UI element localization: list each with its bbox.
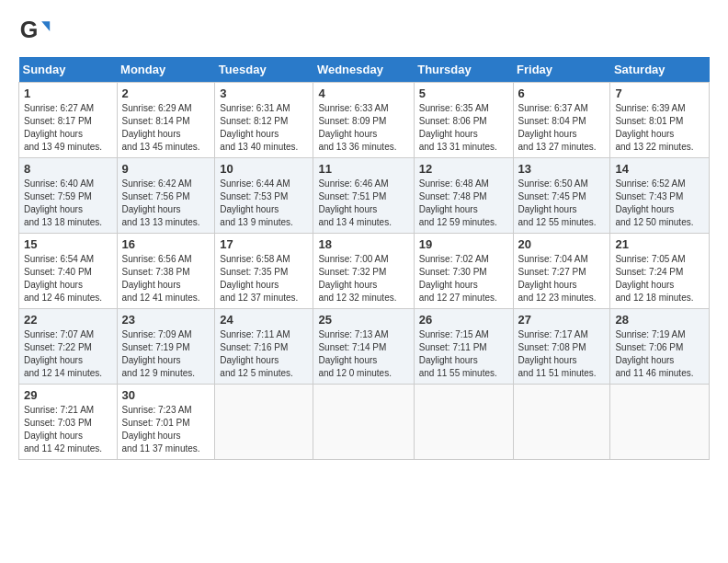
calendar-cell: 22Sunrise: 7:07 AMSunset: 7:22 PMDayligh…: [19, 309, 118, 385]
day-number: 19: [419, 237, 508, 251]
calendar-cell: 23Sunrise: 7:09 AMSunset: 7:19 PMDayligh…: [117, 309, 215, 385]
day-info: Sunrise: 6:42 AMSunset: 7:56 PMDaylight …: [122, 178, 210, 229]
svg-text:G: G: [20, 17, 39, 42]
day-info: Sunrise: 6:58 AMSunset: 7:35 PMDaylight …: [220, 253, 308, 304]
weekday-header-wednesday: Wednesday: [313, 57, 414, 83]
svg-marker-1: [41, 21, 50, 31]
day-number: 8: [24, 162, 112, 176]
calendar-cell: 9Sunrise: 6:42 AMSunset: 7:56 PMDaylight…: [117, 158, 215, 234]
calendar-cell: 30Sunrise: 7:23 AMSunset: 7:01 PMDayligh…: [117, 385, 215, 460]
calendar-cell: 29Sunrise: 7:21 AMSunset: 7:03 PMDayligh…: [19, 385, 118, 460]
day-info: Sunrise: 6:46 AMSunset: 7:51 PMDaylight …: [318, 178, 408, 229]
day-info: Sunrise: 7:13 AMSunset: 7:14 PMDaylight …: [318, 328, 408, 380]
day-info: Sunrise: 7:15 AMSunset: 7:11 PMDaylight …: [419, 328, 508, 380]
day-info: Sunrise: 7:17 AMSunset: 7:08 PMDaylight …: [518, 328, 606, 380]
day-number: 30: [122, 388, 210, 402]
calendar-cell: 11Sunrise: 6:46 AMSunset: 7:51 PMDayligh…: [313, 158, 414, 234]
calendar-cell: 26Sunrise: 7:15 AMSunset: 7:11 PMDayligh…: [414, 309, 513, 385]
calendar-cell: 3Sunrise: 6:31 AMSunset: 8:12 PMDaylight…: [215, 83, 313, 158]
day-number: 14: [615, 162, 704, 176]
day-number: 18: [318, 237, 408, 251]
day-info: Sunrise: 7:09 AMSunset: 7:19 PMDaylight …: [122, 328, 210, 380]
calendar-cell: 2Sunrise: 6:29 AMSunset: 8:14 PMDaylight…: [117, 83, 215, 158]
day-number: 26: [419, 313, 508, 327]
weekday-header-saturday: Saturday: [610, 57, 710, 83]
calendar-cell: 5Sunrise: 6:35 AMSunset: 8:06 PMDaylight…: [414, 83, 513, 158]
day-number: 27: [518, 313, 606, 327]
day-number: 15: [24, 237, 112, 251]
day-info: Sunrise: 7:02 AMSunset: 7:30 PMDaylight …: [419, 253, 508, 304]
weekday-header-monday: Monday: [117, 57, 215, 83]
day-number: 16: [122, 237, 210, 251]
day-number: 10: [220, 162, 308, 176]
calendar-cell: 7Sunrise: 6:39 AMSunset: 8:01 PMDaylight…: [610, 83, 710, 158]
calendar-cell: 24Sunrise: 7:11 AMSunset: 7:16 PMDayligh…: [215, 309, 313, 385]
day-number: 17: [220, 237, 308, 251]
day-number: 6: [518, 86, 606, 100]
calendar-cell: 18Sunrise: 7:00 AMSunset: 7:32 PMDayligh…: [313, 234, 414, 309]
day-number: 7: [615, 86, 704, 100]
weekday-header-sunday: Sunday: [19, 57, 118, 83]
day-number: 20: [518, 237, 606, 251]
day-info: Sunrise: 6:35 AMSunset: 8:06 PMDaylight …: [419, 102, 508, 154]
calendar-cell: 27Sunrise: 7:17 AMSunset: 7:08 PMDayligh…: [513, 309, 610, 385]
calendar-table: SundayMondayTuesdayWednesdayThursdayFrid…: [18, 57, 710, 460]
day-number: 24: [220, 313, 308, 327]
day-number: 21: [615, 237, 704, 251]
day-info: Sunrise: 6:50 AMSunset: 7:45 PMDaylight …: [518, 178, 606, 229]
calendar-cell: 17Sunrise: 6:58 AMSunset: 7:35 PMDayligh…: [215, 234, 313, 309]
calendar-cell: 14Sunrise: 6:52 AMSunset: 7:43 PMDayligh…: [610, 158, 710, 234]
day-number: 25: [318, 313, 408, 327]
calendar-cell: [215, 385, 313, 460]
weekday-header-friday: Friday: [513, 57, 610, 83]
day-number: 12: [419, 162, 508, 176]
calendar-cell: [313, 385, 414, 460]
calendar-cell: 12Sunrise: 6:48 AMSunset: 7:48 PMDayligh…: [414, 158, 513, 234]
day-info: Sunrise: 6:33 AMSunset: 8:09 PMDaylight …: [318, 102, 408, 154]
day-number: 3: [220, 86, 308, 100]
day-info: Sunrise: 6:29 AMSunset: 8:14 PMDaylight …: [122, 102, 210, 154]
day-info: Sunrise: 7:07 AMSunset: 7:22 PMDaylight …: [24, 328, 112, 380]
calendar-cell: 28Sunrise: 7:19 AMSunset: 7:06 PMDayligh…: [610, 309, 710, 385]
day-info: Sunrise: 6:56 AMSunset: 7:38 PMDaylight …: [122, 253, 210, 304]
calendar-cell: 6Sunrise: 6:37 AMSunset: 8:04 PMDaylight…: [513, 83, 610, 158]
logo: G: [18, 15, 55, 48]
calendar-cell: [610, 385, 710, 460]
day-number: 29: [24, 388, 112, 402]
calendar-cell: 20Sunrise: 7:04 AMSunset: 7:27 PMDayligh…: [513, 234, 610, 309]
day-number: 9: [122, 162, 210, 176]
calendar-cell: [513, 385, 610, 460]
calendar-cell: 21Sunrise: 7:05 AMSunset: 7:24 PMDayligh…: [610, 234, 710, 309]
calendar-cell: 10Sunrise: 6:44 AMSunset: 7:53 PMDayligh…: [215, 158, 313, 234]
day-info: Sunrise: 7:11 AMSunset: 7:16 PMDaylight …: [220, 328, 308, 380]
calendar-cell: 4Sunrise: 6:33 AMSunset: 8:09 PMDaylight…: [313, 83, 414, 158]
day-info: Sunrise: 7:23 AMSunset: 7:01 PMDaylight …: [122, 404, 210, 455]
day-info: Sunrise: 6:40 AMSunset: 7:59 PMDaylight …: [24, 178, 112, 229]
day-info: Sunrise: 7:04 AMSunset: 7:27 PMDaylight …: [518, 253, 606, 304]
calendar-cell: 19Sunrise: 7:02 AMSunset: 7:30 PMDayligh…: [414, 234, 513, 309]
weekday-header-tuesday: Tuesday: [215, 57, 313, 83]
day-number: 28: [615, 313, 704, 327]
calendar-cell: 15Sunrise: 6:54 AMSunset: 7:40 PMDayligh…: [19, 234, 118, 309]
calendar-cell: 25Sunrise: 7:13 AMSunset: 7:14 PMDayligh…: [313, 309, 414, 385]
day-number: 23: [122, 313, 210, 327]
day-number: 22: [24, 313, 112, 327]
calendar-cell: 1Sunrise: 6:27 AMSunset: 8:17 PMDaylight…: [19, 83, 118, 158]
day-info: Sunrise: 7:00 AMSunset: 7:32 PMDaylight …: [318, 253, 408, 304]
day-info: Sunrise: 6:37 AMSunset: 8:04 PMDaylight …: [518, 102, 606, 154]
day-number: 11: [318, 162, 408, 176]
calendar-cell: [414, 385, 513, 460]
calendar-cell: 8Sunrise: 6:40 AMSunset: 7:59 PMDaylight…: [19, 158, 118, 234]
day-info: Sunrise: 7:21 AMSunset: 7:03 PMDaylight …: [24, 404, 112, 455]
logo-icon: G: [18, 15, 51, 48]
day-info: Sunrise: 6:54 AMSunset: 7:40 PMDaylight …: [24, 253, 112, 304]
day-info: Sunrise: 6:39 AMSunset: 8:01 PMDaylight …: [615, 102, 704, 154]
day-info: Sunrise: 6:31 AMSunset: 8:12 PMDaylight …: [220, 102, 308, 154]
day-info: Sunrise: 7:19 AMSunset: 7:06 PMDaylight …: [615, 328, 704, 380]
calendar-cell: 13Sunrise: 6:50 AMSunset: 7:45 PMDayligh…: [513, 158, 610, 234]
day-number: 5: [419, 86, 508, 100]
day-info: Sunrise: 7:05 AMSunset: 7:24 PMDaylight …: [615, 253, 704, 304]
day-info: Sunrise: 6:52 AMSunset: 7:43 PMDaylight …: [615, 178, 704, 229]
day-number: 4: [318, 86, 408, 100]
day-number: 2: [122, 86, 210, 100]
